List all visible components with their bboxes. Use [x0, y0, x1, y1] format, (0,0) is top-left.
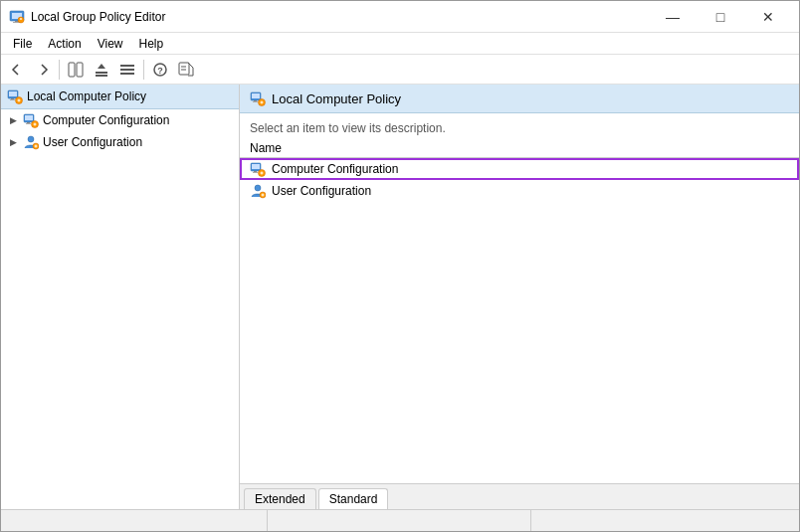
- menu-file[interactable]: File: [5, 35, 40, 53]
- title-bar: Local Group Policy Editor — □ ✕: [1, 1, 799, 33]
- forward-button[interactable]: [31, 59, 55, 81]
- tree-header-icon: [7, 89, 23, 104]
- tab-standard[interactable]: Standard: [318, 488, 389, 509]
- svg-rect-20: [10, 99, 15, 100]
- maximize-button[interactable]: □: [698, 1, 743, 33]
- close-button[interactable]: ✕: [745, 1, 791, 33]
- tree-label-user-config: User Configuration: [43, 135, 142, 149]
- title-bar-text: Local Group Policy Editor: [31, 10, 650, 24]
- svg-rect-25: [25, 115, 33, 120]
- show-hide-button[interactable]: [115, 59, 139, 81]
- show-tree-icon: [68, 62, 84, 78]
- status-section-2: [270, 510, 530, 531]
- user-config-icon: [23, 134, 39, 150]
- svg-rect-8: [96, 75, 107, 77]
- right-header: Local Computer Policy: [240, 85, 799, 113]
- status-section-3: [533, 510, 793, 531]
- list-item-computer-configuration[interactable]: Computer Configuration: [240, 158, 799, 180]
- svg-rect-36: [252, 93, 260, 98]
- back-icon: [10, 63, 24, 77]
- toolbar-separator-2: [143, 60, 144, 80]
- menu-view[interactable]: View: [90, 35, 131, 53]
- svg-point-31: [28, 136, 34, 142]
- column-name-label: Name: [250, 141, 282, 155]
- computer-config-icon: [23, 112, 39, 128]
- list-item-user-label: User Configuration: [272, 184, 371, 198]
- export-icon: [178, 62, 194, 78]
- menu-action[interactable]: Action: [40, 35, 89, 53]
- svg-rect-5: [69, 63, 75, 77]
- right-header-icon: [250, 90, 266, 106]
- back-button[interactable]: [5, 59, 29, 81]
- forward-icon: [36, 63, 50, 77]
- toggle-icon: [119, 62, 135, 78]
- list-item-computer-icon: [250, 161, 266, 177]
- tree-label-computer-config: Computer Configuration: [43, 113, 169, 127]
- list-item-user-icon: [250, 183, 266, 199]
- svg-rect-14: [179, 63, 189, 75]
- svg-rect-38: [253, 101, 258, 102]
- tree-item-computer-config[interactable]: ▶ Computer Configuration: [1, 109, 239, 131]
- right-description: Select an item to view its description.: [240, 113, 799, 139]
- svg-text:?: ?: [157, 66, 163, 76]
- toolbar-separator-1: [59, 60, 60, 80]
- menu-bar: File Action View Help: [1, 33, 799, 55]
- svg-rect-27: [26, 123, 31, 124]
- right-header-label: Local Computer Policy: [272, 91, 401, 106]
- title-bar-controls: — □ ✕: [650, 1, 791, 33]
- list-item-user-configuration[interactable]: User Configuration: [240, 180, 799, 202]
- right-body: Select an item to view its description. …: [240, 113, 799, 483]
- up-level-icon: [94, 62, 109, 78]
- tree-item-user-config[interactable]: ▶ User Configuration: [1, 131, 239, 153]
- main-window: Local Group Policy Editor — □ ✕ File Act…: [0, 0, 800, 532]
- menu-help[interactable]: Help: [131, 35, 172, 53]
- app-icon: [9, 9, 25, 25]
- tabs-bar: Extended Standard: [240, 483, 799, 509]
- tree-panel: Local Computer Policy ▶ Computer Configu…: [1, 85, 240, 509]
- help-icon: ?: [152, 62, 168, 78]
- main-content: Local Computer Policy ▶ Computer Configu…: [1, 85, 799, 509]
- tab-extended[interactable]: Extended: [244, 488, 316, 509]
- svg-rect-45: [253, 172, 258, 173]
- status-bar: [1, 509, 799, 531]
- tree-expander-computer[interactable]: ▶: [7, 114, 19, 126]
- tree-header: Local Computer Policy: [1, 85, 239, 109]
- up-one-level-button[interactable]: [90, 59, 113, 81]
- svg-rect-43: [252, 164, 260, 169]
- status-section-1: [7, 510, 268, 531]
- svg-rect-7: [96, 72, 107, 74]
- tree-expander-user[interactable]: ▶: [7, 136, 19, 148]
- svg-rect-9: [120, 65, 134, 67]
- toolbar: ?: [1, 55, 799, 85]
- list-item-computer-label: Computer Configuration: [272, 162, 398, 176]
- right-panel: Local Computer Policy Select an item to …: [240, 85, 799, 509]
- svg-point-49: [255, 185, 261, 191]
- help-button[interactable]: ?: [148, 59, 172, 81]
- svg-rect-11: [120, 73, 134, 75]
- column-header: Name: [240, 139, 799, 158]
- minimize-button[interactable]: —: [650, 1, 696, 33]
- svg-rect-10: [120, 69, 134, 71]
- show-hide-tree-button[interactable]: [64, 59, 88, 81]
- svg-rect-6: [77, 63, 83, 77]
- tree-header-label: Local Computer Policy: [27, 89, 146, 103]
- svg-rect-18: [9, 91, 17, 96]
- export-button[interactable]: [174, 59, 198, 81]
